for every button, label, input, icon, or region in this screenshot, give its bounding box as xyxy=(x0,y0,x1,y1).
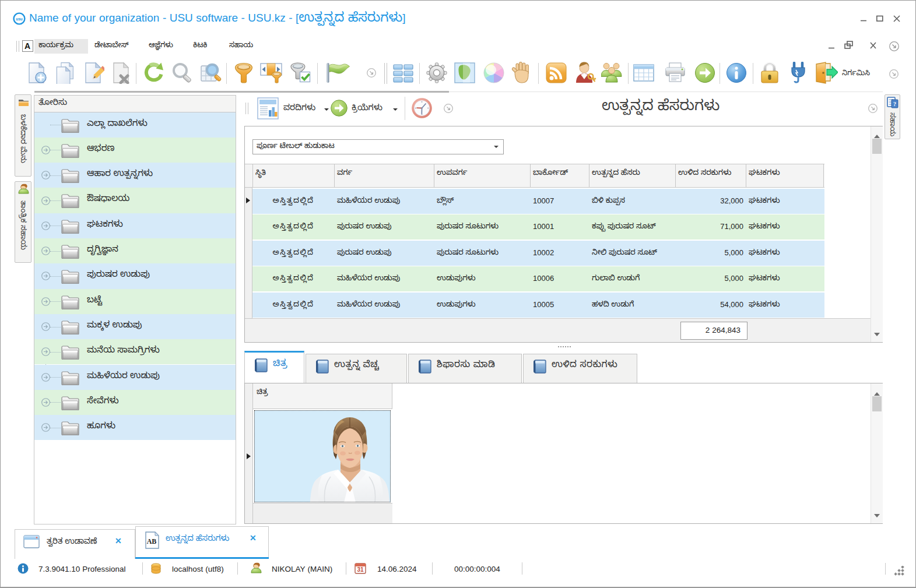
svg-text:31: 31 xyxy=(357,566,364,573)
svg-text:AB: AB xyxy=(147,537,157,545)
svg-text:usu: usu xyxy=(16,17,23,21)
svg-text:?: ? xyxy=(893,101,896,107)
